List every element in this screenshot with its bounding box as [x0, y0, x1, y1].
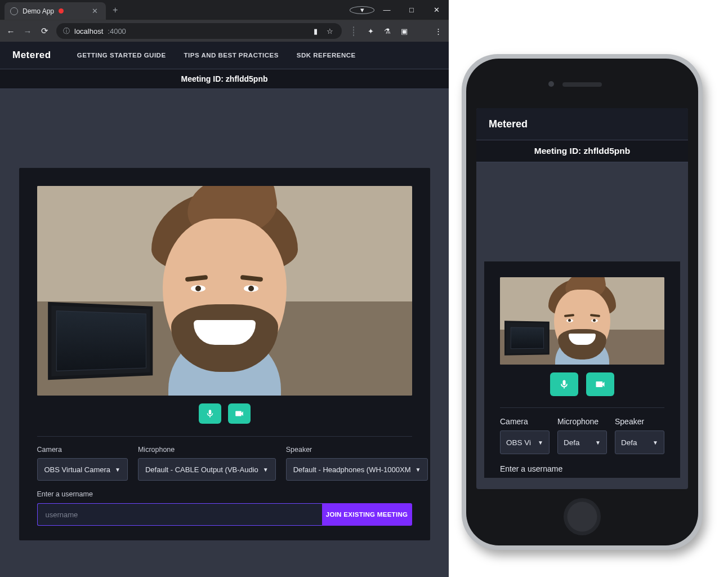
microphone-select[interactable]: Default - CABLE Output (VB-Audio ▼: [138, 458, 276, 481]
mobile-microphone-label: Microphone: [557, 417, 607, 426]
microphone-select-value: Default - CABLE Output (VB-Audio: [145, 465, 258, 474]
browser-toolbar: ← → ⟳ ⓘ localhost:4000 ▮ ☆ ✦ ⚗ ▣ ⋮: [0, 20, 449, 42]
phone-mockup: Metered Meeting ID: zhfldd5pnb: [462, 54, 703, 550]
panel-icon[interactable]: ▣: [399, 27, 409, 35]
toggle-microphone-button[interactable]: [199, 403, 221, 424]
username-input[interactable]: username: [37, 503, 322, 526]
mobile-microphone-select[interactable]: Defa ▼: [557, 430, 607, 454]
toggle-camera-button[interactable]: [228, 403, 251, 424]
new-tab-button[interactable]: +: [106, 0, 124, 21]
mobile-camera-select-value: OBS Vi: [506, 438, 531, 447]
camera-label: Camera: [37, 446, 128, 454]
camera-select[interactable]: OBS Virtual Camera ▼: [37, 458, 128, 481]
site-info-icon[interactable]: ⓘ: [63, 26, 70, 36]
camera-select-value: OBS Virtual Camera: [44, 465, 111, 474]
window-controls: ▾ — □ ✕: [350, 0, 449, 20]
kebab-menu-icon[interactable]: ⋮: [433, 27, 443, 35]
browser-tab[interactable]: Demo App ✕: [5, 2, 106, 20]
video-camera-icon: [595, 379, 606, 390]
mobile-username-label: Enter a username: [500, 464, 664, 473]
mobile-speaker-select-value: Defa: [621, 438, 637, 447]
join-meeting-button[interactable]: JOIN EXISTING MEETING: [322, 503, 412, 526]
titlebar-chevron-icon[interactable]: ▾: [350, 0, 374, 20]
labs-flask-icon[interactable]: ⚗: [382, 27, 392, 35]
chevron-down-icon: ▼: [595, 440, 601, 446]
url-port: :4000: [108, 27, 126, 35]
camera-preview: [37, 186, 412, 396]
recording-indicator-icon: [59, 8, 64, 14]
phone-front-camera-icon: [548, 81, 554, 87]
tab-close-icon[interactable]: ✕: [92, 7, 98, 15]
app-page: Metered GETTING STARTED GUIDE TIPS AND B…: [0, 42, 449, 577]
device-select-row: Camera OBS Virtual Camera ▼ Microphone D…: [37, 446, 412, 481]
mobile-camera-label: Camera: [500, 417, 550, 426]
mobile-camera-select[interactable]: OBS Vi ▼: [500, 430, 550, 454]
chevron-down-icon: ▼: [538, 440, 543, 446]
mobile-brand-logo[interactable]: Metered: [489, 118, 528, 130]
bookmark-star-icon[interactable]: ☆: [325, 27, 335, 35]
mobile-speaker-label: Speaker: [615, 417, 664, 426]
camera-indicator-icon[interactable]: ▮: [310, 27, 320, 35]
nav-sdk[interactable]: SDK REFERENCE: [297, 52, 356, 59]
minimize-button[interactable]: —: [374, 0, 399, 20]
chevron-down-icon: ▼: [416, 467, 421, 473]
microphone-label: Microphone: [138, 446, 276, 454]
app-navbar: Metered GETTING STARTED GUIDE TIPS AND B…: [0, 42, 449, 69]
mobile-meeting-id-banner: Meeting ID: zhfldd5pnb: [476, 140, 688, 162]
mobile-speaker-select[interactable]: Defa ▼: [615, 430, 664, 454]
microphone-icon: [205, 409, 215, 419]
chevron-down-icon: ▼: [263, 467, 269, 473]
stage: Camera OBS Virtual Camera ▼ Microphone D…: [0, 89, 449, 577]
speaker-select[interactable]: Default - Headphones (WH-1000XM ▼: [286, 458, 428, 481]
join-card: Camera OBS Virtual Camera ▼ Microphone D…: [19, 168, 430, 540]
media-toggle-row: [37, 403, 412, 424]
mobile-microphone-select-value: Defa: [564, 438, 580, 447]
divider: [37, 436, 412, 437]
nav-tips[interactable]: TIPS AND BEST PRACTICES: [184, 52, 279, 59]
speaker-select-value: Default - Headphones (WH-1000XM: [293, 465, 411, 474]
phone-speaker-icon: [562, 82, 602, 87]
username-placeholder: username: [46, 511, 78, 519]
globe-icon: [10, 7, 18, 15]
meeting-id-banner: Meeting ID: zhfldd5pnb: [0, 69, 449, 89]
chevron-down-icon: ▼: [115, 467, 120, 473]
back-button[interactable]: ←: [6, 26, 16, 36]
mobile-toggle-camera-button[interactable]: [586, 372, 614, 396]
address-bar[interactable]: ⓘ localhost:4000 ▮ ☆: [56, 23, 342, 39]
speaker-label: Speaker: [286, 446, 428, 454]
video-camera-icon: [234, 409, 244, 419]
mobile-media-toggle-row: [500, 372, 664, 396]
nav-getting-started[interactable]: GETTING STARTED GUIDE: [77, 52, 166, 59]
username-label: Enter a username: [37, 490, 93, 498]
phone-screen: Metered Meeting ID: zhfldd5pnb: [476, 108, 688, 489]
mobile-device-select-row: Camera OBS Vi ▼ Microphone Defa ▼ Speake…: [500, 417, 664, 454]
forward-button[interactable]: →: [23, 26, 33, 36]
close-window-button[interactable]: ✕: [424, 0, 449, 20]
mobile-camera-preview: [500, 277, 664, 365]
chevron-down-icon: ▼: [653, 440, 658, 446]
browser-window: Demo App ✕ + ▾ — □ ✕ ← → ⟳ ⓘ localhost:4…: [0, 0, 449, 577]
apps-grid-icon[interactable]: [349, 27, 359, 35]
maximize-button[interactable]: □: [399, 0, 424, 20]
mobile-join-card: Camera OBS Vi ▼ Microphone Defa ▼ Speake…: [484, 261, 680, 478]
extensions-icon[interactable]: ✦: [365, 27, 376, 35]
browser-titlebar: Demo App ✕ + ▾ — □ ✕: [0, 0, 449, 20]
tab-title: Demo App: [23, 7, 54, 15]
reload-button[interactable]: ⟳: [39, 26, 50, 36]
microphone-icon: [559, 379, 570, 390]
mobile-toggle-microphone-button[interactable]: [550, 372, 578, 396]
phone-home-button[interactable]: [564, 498, 601, 535]
brand-logo[interactable]: Metered: [12, 50, 51, 61]
mobile-divider: [500, 407, 664, 408]
mobile-app-navbar: Metered: [476, 108, 688, 140]
url-host: localhost: [74, 27, 103, 35]
